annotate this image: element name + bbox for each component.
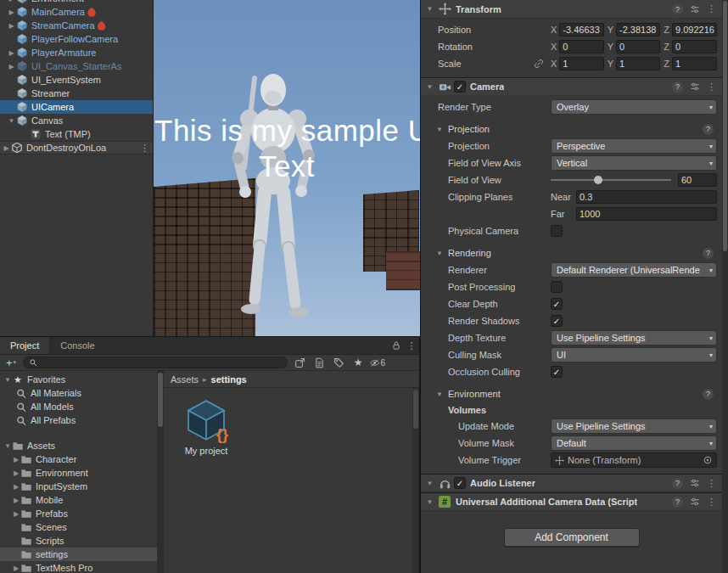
foldout-icon[interactable]: ▼ (3, 376, 12, 384)
tree-folder-prefabs[interactable]: ▶ Prefabs (0, 507, 157, 520)
tab-console[interactable]: Console (50, 337, 104, 354)
component-menu-kebab-icon[interactable]: ⋮ (704, 478, 719, 489)
rotation-y-field[interactable]: 0 (616, 40, 660, 53)
rotation-x-field[interactable]: 0 (559, 40, 603, 53)
project-search-input[interactable] (41, 357, 282, 368)
tree-folder-inputsystem[interactable]: ▶ InputSystem (0, 480, 157, 493)
update-mode-dropdown[interactable]: Use Pipeline Settings▾ (551, 419, 717, 434)
physical-camera-checkbox[interactable] (551, 225, 563, 237)
presets-icon[interactable] (687, 478, 702, 488)
foldout-icon[interactable]: ▶ (7, 49, 16, 57)
help-icon[interactable]: ? (703, 124, 714, 135)
tree-folder-scripts[interactable]: Scripts (0, 534, 157, 548)
rotation-z-field[interactable]: 0 (672, 40, 717, 53)
hidden-packages-eye-icon[interactable]: 6 (370, 356, 385, 369)
foldout-icon[interactable]: ▼ (424, 480, 435, 487)
constrain-proportions-link-icon[interactable] (534, 59, 544, 69)
tree-item-all-prefabs[interactable]: All Prefabs (0, 413, 157, 427)
render-shadows-checkbox[interactable]: ✓ (551, 315, 563, 327)
slider-thumb[interactable] (594, 176, 602, 184)
hierarchy-item-ui-canvas[interactable]: ▶ UI_Canvas_StarterAs (0, 59, 153, 73)
add-component-button[interactable]: Add Component (504, 528, 640, 547)
foldout-icon[interactable]: ▶ (7, 63, 16, 70)
foldout-icon[interactable]: ▼ (436, 126, 445, 133)
foldout-icon[interactable]: ▶ (12, 510, 20, 518)
foldout-icon[interactable]: ▼ (424, 83, 435, 91)
depth-texture-dropdown[interactable]: Use Pipeline Settings▾ (551, 330, 717, 345)
help-icon[interactable]: ? (672, 478, 683, 489)
hierarchy-item-uicamera[interactable]: UICamera (0, 100, 153, 114)
tree-favorites-header[interactable]: ▼ ★ Favorites (0, 373, 157, 386)
position-y-field[interactable]: -2.38138 (616, 23, 660, 37)
fov-axis-dropdown[interactable]: Vertical▾ (551, 155, 717, 171)
tree-scrollbar[interactable] (157, 371, 164, 573)
breadcrumb-settings[interactable]: settings (211, 374, 247, 385)
foldout-icon[interactable]: ▶ (7, 22, 16, 30)
help-icon[interactable]: ? (703, 389, 714, 400)
scene-options-kebab-icon[interactable]: ⋮ (137, 143, 153, 154)
scale-x-field[interactable]: 1 (559, 57, 603, 70)
position-x-field[interactable]: -3.46633 (559, 23, 603, 37)
post-processing-checkbox[interactable] (551, 281, 563, 293)
foldout-icon[interactable]: ▶ (2, 144, 11, 152)
tab-project[interactable]: Project (0, 337, 50, 354)
tree-folder-mobile[interactable]: ▶ Mobile (0, 493, 157, 507)
open-search-window-icon[interactable] (292, 356, 307, 369)
content-scrollbar[interactable] (412, 388, 419, 573)
foldout-icon[interactable]: ▼ (436, 390, 445, 398)
position-z-field[interactable]: 9.092216 (672, 23, 717, 37)
inspector-scrollbar[interactable] (722, 0, 728, 573)
hierarchy-item-text-tmp[interactable]: Text (TMP) (0, 127, 153, 141)
hierarchy-item-streamcamera[interactable]: ▶ StreamCamera (0, 19, 153, 32)
occlusion-culling-checkbox[interactable]: ✓ (551, 366, 563, 378)
audio-listener-component-header[interactable]: ▼ ✓ Audio Listener ? ⋮ (421, 474, 722, 492)
environment-section-header[interactable]: ▼ Environment ? (421, 385, 722, 402)
foldout-icon[interactable]: ▶ (12, 497, 20, 504)
help-icon[interactable]: ? (703, 248, 714, 259)
foldout-icon[interactable]: ▶ (7, 8, 16, 16)
presets-icon[interactable] (687, 497, 702, 507)
foldout-icon[interactable]: ▼ (424, 5, 435, 13)
render-type-dropdown[interactable]: Overlay▾ (551, 99, 717, 115)
rendering-section-header[interactable]: ▼ Rendering ? (421, 244, 722, 261)
clear-depth-checkbox[interactable]: ✓ (551, 298, 563, 310)
tree-folder-environment[interactable]: ▶ Environment (0, 466, 157, 480)
clipping-near-field[interactable]: 0.3 (576, 190, 717, 204)
game-view[interactable]: This is my sample U Text (154, 0, 420, 336)
fov-slider[interactable] (551, 172, 671, 188)
tree-folder-settings[interactable]: settings (0, 548, 157, 561)
transform-component-header[interactable]: ▼ Transform ? ⋮ (421, 0, 722, 19)
panel-menu-kebab-icon[interactable]: ⋮ (404, 337, 419, 354)
volume-trigger-object-field[interactable]: None (Transform) (551, 452, 717, 468)
tree-assets-root[interactable]: ▼ Assets (0, 439, 157, 452)
culling-mask-dropdown[interactable]: UI▾ (551, 347, 717, 362)
presets-icon[interactable] (687, 81, 702, 92)
foldout-icon[interactable]: ▼ (7, 117, 16, 125)
search-by-label-tag-icon[interactable] (331, 356, 346, 369)
content-scrollbar-thumb[interactable] (413, 390, 418, 429)
save-search-star-icon[interactable]: ★ (350, 356, 366, 369)
foldout-icon[interactable]: ▶ (7, 0, 16, 3)
hierarchy-item-maincamera[interactable]: ▶ MainCamera (0, 5, 153, 19)
scale-y-field[interactable]: 1 (616, 57, 660, 70)
clipping-far-field[interactable]: 1000 (576, 207, 717, 221)
hierarchy-item-playerfollowcamera[interactable]: PlayerFollowCamera (0, 32, 153, 46)
lock-icon[interactable] (389, 337, 404, 354)
camera-component-header[interactable]: ▼ ✓ Camera ? ⋮ (421, 77, 722, 96)
camera-enabled-checkbox[interactable]: ✓ (454, 81, 466, 93)
foldout-icon[interactable]: ▼ (436, 250, 445, 257)
volume-mask-dropdown[interactable]: Default▾ (551, 435, 717, 451)
foldout-icon[interactable]: ▶ (12, 483, 20, 491)
slider-track[interactable] (551, 179, 671, 181)
tree-scrollbar-thumb[interactable] (158, 373, 163, 427)
presets-icon[interactable] (687, 4, 702, 14)
foldout-icon[interactable]: ▼ (3, 442, 12, 450)
component-menu-kebab-icon[interactable]: ⋮ (704, 497, 719, 508)
foldout-icon[interactable]: ▶ (12, 565, 20, 572)
hierarchy-scene-dontdestroyonload[interactable]: ▶ DontDestroyOnLoa ⋮ (0, 141, 153, 154)
projection-section-header[interactable]: ▼ Projection ? (421, 121, 722, 138)
project-search-box[interactable] (23, 357, 288, 368)
foldout-icon[interactable]: ▶ (12, 456, 20, 463)
foldout-icon[interactable]: ▶ (12, 469, 20, 477)
renderer-dropdown[interactable]: Default Renderer (UniversalRende▾ (551, 262, 717, 278)
